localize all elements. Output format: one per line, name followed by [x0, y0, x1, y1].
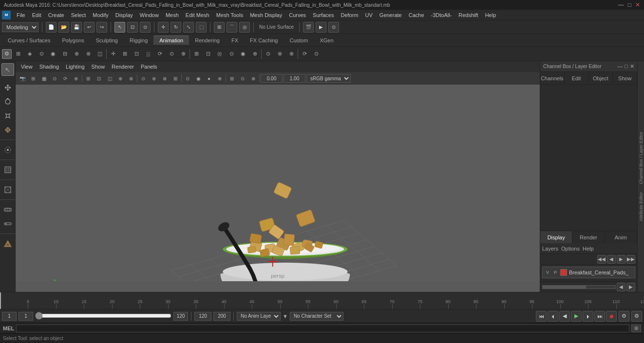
icon-btn-4[interactable]: ◉: [48, 49, 58, 59]
close-button[interactable]: ✕: [635, 1, 640, 8]
tab-animation[interactable]: Animation: [153, 36, 189, 45]
playback-first-btn[interactable]: ⏮: [536, 311, 547, 322]
icon-btn-11[interactable]: ⊡: [131, 49, 142, 59]
save-scene-btn[interactable]: 💾: [71, 22, 82, 33]
soft-select-btn[interactable]: [1, 144, 14, 156]
scale-mode-btn[interactable]: [1, 109, 14, 122]
vp-value1-input[interactable]: [261, 74, 283, 83]
tab-rendering[interactable]: Rendering: [189, 36, 226, 45]
tab-fx[interactable]: FX: [226, 36, 244, 45]
menu-generate[interactable]: Generate: [377, 11, 405, 19]
menu-window[interactable]: Window: [137, 11, 162, 19]
playback-fwd-btn[interactable]: ⏵: [583, 311, 593, 322]
vp-btn-17[interactable]: ●: [204, 73, 214, 83]
tab-custom[interactable]: Custom: [284, 36, 314, 45]
vp-cam-btn[interactable]: 📷: [18, 73, 27, 83]
vp-menu-view[interactable]: View: [19, 63, 35, 71]
tab-sculpting[interactable]: Sculpting: [90, 36, 124, 45]
vp-btn-8[interactable]: ◫: [105, 73, 114, 83]
tab-curves[interactable]: Curves / Surfaces: [2, 36, 56, 45]
menu-create[interactable]: Create: [45, 11, 67, 19]
snap-to-grid-btn[interactable]: [1, 163, 14, 176]
range-end-input[interactable]: [173, 312, 188, 321]
vp-btn-10[interactable]: ⊗: [126, 73, 136, 83]
icon-btn-19[interactable]: ⊙: [226, 49, 237, 59]
menu-3dto[interactable]: -3DtoAll-: [428, 11, 455, 19]
minimize-button[interactable]: —: [618, 1, 624, 8]
rp-expand-btn[interactable]: □: [625, 63, 628, 70]
icon-btn-26[interactable]: ⊙: [311, 49, 322, 59]
playback-settings-btn[interactable]: ⚙: [619, 311, 629, 322]
playback-record-btn[interactable]: ⏺: [606, 311, 617, 322]
vp-btn-15[interactable]: ⊙: [183, 73, 192, 83]
rpb-tab-anim[interactable]: Anim: [605, 231, 637, 243]
menu-uv[interactable]: UV: [362, 11, 376, 19]
char-set-select[interactable]: No Character Set: [290, 312, 343, 321]
vp-btn-20[interactable]: ⊙: [238, 73, 247, 83]
vp-btn-5[interactable]: ⊕: [71, 73, 81, 83]
layer-visibility-v[interactable]: V: [545, 270, 550, 275]
input-line-btn[interactable]: [1, 217, 14, 230]
render-settings-btn[interactable]: 🎬: [303, 22, 314, 33]
tab-rigging[interactable]: Rigging: [124, 36, 153, 45]
vp-btn-16[interactable]: ◉: [193, 73, 203, 83]
rpb-tab-display[interactable]: Display: [540, 231, 572, 243]
layer-scrollbar[interactable]: [542, 285, 616, 289]
display-type-btn[interactable]: [1, 183, 14, 196]
snap-grid-btn[interactable]: ⊞: [214, 22, 225, 33]
lasso-btn[interactable]: ⊡: [127, 22, 138, 33]
timeline-ruler[interactable]: 5101520253035404550556065707580859095100…: [0, 292, 644, 309]
move-btn[interactable]: ✛: [158, 22, 169, 33]
vp-btn-11[interactable]: ⊙: [138, 73, 148, 83]
playback-slider[interactable]: [35, 312, 171, 320]
vp-menu-panels[interactable]: Panels: [138, 63, 160, 71]
anim-layer-down-icon[interactable]: ▼: [283, 313, 288, 319]
icon-btn-16[interactable]: ⊞: [191, 49, 202, 59]
select-mode-btn[interactable]: ↖: [1, 63, 14, 76]
rp-tab-edit[interactable]: Edit: [565, 72, 589, 84]
rotate-mode-btn[interactable]: [1, 95, 14, 108]
rp-tab-object[interactable]: Object: [589, 72, 613, 84]
move-mode-btn[interactable]: [1, 81, 14, 94]
measure-tool-btn[interactable]: [1, 203, 14, 216]
vp-value2-input[interactable]: [284, 74, 305, 83]
vp-menu-shading[interactable]: Shading: [37, 63, 61, 71]
icon-btn-17[interactable]: ⊡: [203, 49, 213, 59]
icon-btn-1[interactable]: ⊞: [13, 49, 23, 59]
playback-play-back-btn[interactable]: ◀: [559, 311, 570, 322]
scale-btn[interactable]: ⤡: [183, 22, 194, 33]
icon-btn-20[interactable]: ◉: [238, 49, 248, 59]
layers-menu[interactable]: Layers: [542, 246, 558, 252]
menu-surfaces[interactable]: Surfaces: [310, 11, 337, 19]
vp-colorspace-select[interactable]: sRGB gamma: [306, 74, 351, 83]
tab-fx-caching[interactable]: FX Caching: [244, 36, 284, 45]
vp-menu-lighting[interactable]: Lighting: [63, 63, 87, 71]
vp-btn-3[interactable]: ⊙: [50, 73, 59, 83]
redo-btn[interactable]: ↪: [96, 22, 107, 33]
icon-btn-6[interactable]: ⊕: [71, 49, 82, 59]
settings-icon-btn[interactable]: ⚙: [2, 49, 12, 59]
layers-options-menu[interactable]: Options: [561, 246, 580, 252]
icon-btn-2[interactable]: ◈: [24, 49, 35, 59]
snap-point-btn[interactable]: ◎: [239, 22, 250, 33]
vp-btn-4[interactable]: ⟳: [60, 73, 70, 83]
vp-btn-14[interactable]: ⊞: [170, 73, 180, 83]
rp-close-btn[interactable]: ✕: [630, 63, 634, 70]
menu-select[interactable]: Select: [68, 11, 89, 19]
maximize-button[interactable]: □: [628, 1, 631, 8]
camera-fly-btn[interactable]: [1, 237, 14, 250]
icon-btn-8[interactable]: ◫: [95, 49, 105, 59]
mel-input[interactable]: [16, 325, 629, 332]
playback-last-btn[interactable]: ⏭: [594, 311, 605, 322]
undo-btn[interactable]: ↩: [84, 22, 95, 33]
tab-polygons[interactable]: Polygons: [56, 36, 90, 45]
vp-btn-18[interactable]: ⊕: [215, 73, 225, 83]
icon-btn-13[interactable]: ⟳: [154, 49, 165, 59]
menu-file[interactable]: File: [14, 11, 28, 19]
menu-mesh-tools[interactable]: Mesh Tools: [213, 11, 246, 19]
layer-nav-first[interactable]: ◀◀: [597, 255, 606, 264]
playback-play-btn[interactable]: ▶: [571, 311, 582, 322]
icon-btn-24[interactable]: ⊕: [286, 49, 297, 59]
layer-nav-prev[interactable]: ◀: [607, 255, 616, 264]
vp-btn-2[interactable]: ▦: [39, 73, 49, 83]
